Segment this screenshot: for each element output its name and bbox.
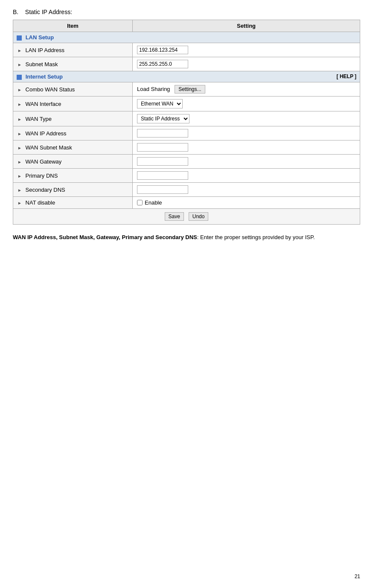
lan-ip-address-setting — [133, 43, 360, 57]
save-button[interactable]: Save — [165, 212, 184, 221]
arrow-icon: ► — [17, 117, 22, 122]
table-row: ► Primary DNS — [13, 169, 360, 183]
description-block: WAN IP Address, Subnet Mask, Gateway, Pr… — [13, 233, 360, 242]
table-row: ► Subnet Mask — [13, 57, 360, 71]
arrow-icon: ► — [17, 132, 22, 136]
table-row: ► Combo WAN Status Load Sharing Settings… — [13, 82, 360, 97]
combo-wan-settings-button[interactable]: Settings... — [175, 85, 205, 94]
primary-dns-input[interactable] — [137, 171, 188, 180]
arrow-icon: ► — [17, 160, 22, 164]
undo-button[interactable]: Undo — [189, 212, 209, 221]
secondary-dns-input[interactable] — [137, 185, 188, 194]
table-row: ► WAN Gateway — [13, 155, 360, 169]
wan-subnet-mask-input[interactable] — [137, 143, 188, 152]
nat-enable-text: Enable — [145, 199, 162, 206]
nat-disable-label: ► NAT disable — [13, 197, 133, 209]
primary-dns-setting — [133, 169, 360, 183]
wan-gateway-input[interactable] — [137, 157, 188, 166]
secondary-dns-label: ► Secondary DNS — [13, 183, 133, 197]
table-row: ► LAN IP Address — [13, 43, 360, 57]
secondary-dns-setting — [133, 183, 360, 197]
lan-setup-icon — [17, 35, 22, 41]
action-row: Save Undo — [13, 209, 360, 225]
description-normal: : Enter the proper settings provided by … — [197, 234, 315, 240]
wan-gateway-setting — [133, 155, 360, 169]
wan-type-select[interactable]: Static IP Address DHCP PPPoE — [137, 114, 189, 123]
internet-setup-icon — [17, 75, 22, 80]
section-heading: B. Static IP Address: — [13, 9, 360, 15]
table-row: ► WAN Interface Ethernet WAN — [13, 97, 360, 111]
wan-ip-address-input[interactable] — [137, 129, 188, 137]
wan-ip-address-setting — [133, 126, 360, 140]
primary-dns-label: ► Primary DNS — [13, 169, 133, 183]
arrow-icon: ► — [17, 102, 22, 107]
combo-wan-status-label: ► Combo WAN Status — [13, 82, 133, 97]
section-letter: B. — [13, 9, 18, 15]
lan-ip-address-input[interactable] — [137, 46, 188, 54]
nat-enable-label: Enable — [137, 199, 356, 206]
combo-wan-status-setting: Load Sharing Settings... — [133, 82, 360, 97]
lan-setup-title: LAN Setup — [26, 34, 54, 41]
table-header-row: Item Setting — [13, 20, 360, 32]
col-item-header: Item — [13, 20, 133, 32]
arrow-icon: ► — [17, 88, 22, 92]
arrow-icon: ► — [17, 201, 22, 205]
arrow-icon: ► — [17, 188, 22, 193]
table-row: ► WAN Subnet Mask — [13, 140, 360, 155]
action-cell: Save Undo — [13, 209, 360, 225]
wan-type-label: ► WAN Type — [13, 111, 133, 126]
wan-subnet-mask-setting — [133, 140, 360, 155]
arrow-icon: ► — [17, 174, 22, 178]
table-row: ► WAN IP Address — [13, 126, 360, 140]
page-number: 21 — [355, 573, 360, 579]
section-title: Static IP Address: — [25, 9, 72, 15]
subnet-mask-label: ► Subnet Mask — [13, 57, 133, 71]
nat-disable-setting: Enable — [133, 197, 360, 209]
description-bold: WAN IP Address, Subnet Mask, Gateway, Pr… — [13, 234, 197, 240]
table-row: ► NAT disable Enable — [13, 197, 360, 209]
table-row: ► Secondary DNS — [13, 183, 360, 197]
internet-setup-header-cell: Internet Setup [ HELP ] — [13, 71, 360, 82]
internet-setup-header-row: Internet Setup [ HELP ] — [13, 71, 360, 82]
wan-interface-select[interactable]: Ethernet WAN — [137, 99, 183, 108]
arrow-icon: ► — [17, 62, 22, 67]
col-setting-header: Setting — [133, 20, 360, 32]
arrow-icon: ► — [17, 146, 22, 150]
help-link[interactable]: [ HELP ] — [337, 73, 356, 79]
wan-interface-setting: Ethernet WAN — [133, 97, 360, 111]
wan-gateway-label: ► WAN Gateway — [13, 155, 133, 169]
wan-subnet-mask-label: ► WAN Subnet Mask — [13, 140, 133, 155]
wan-ip-address-label: ► WAN IP Address — [13, 126, 133, 140]
internet-setup-title: Internet Setup — [26, 73, 63, 80]
subnet-mask-input[interactable] — [137, 60, 188, 68]
arrow-icon: ► — [17, 48, 22, 53]
combo-wan-status-value: Load Sharing — [137, 86, 170, 92]
nat-enable-checkbox[interactable] — [137, 200, 143, 205]
wan-type-setting: Static IP Address DHCP PPPoE — [133, 111, 360, 126]
wan-interface-label: ► WAN Interface — [13, 97, 133, 111]
subnet-mask-setting — [133, 57, 360, 71]
lan-setup-header-row: LAN Setup — [13, 32, 360, 43]
config-table: Item Setting LAN Setup ► LAN IP Address … — [13, 20, 360, 225]
table-row: ► WAN Type Static IP Address DHCP PPPoE — [13, 111, 360, 126]
lan-ip-address-label: ► LAN IP Address — [13, 43, 133, 57]
lan-setup-header-cell: LAN Setup — [13, 32, 360, 43]
